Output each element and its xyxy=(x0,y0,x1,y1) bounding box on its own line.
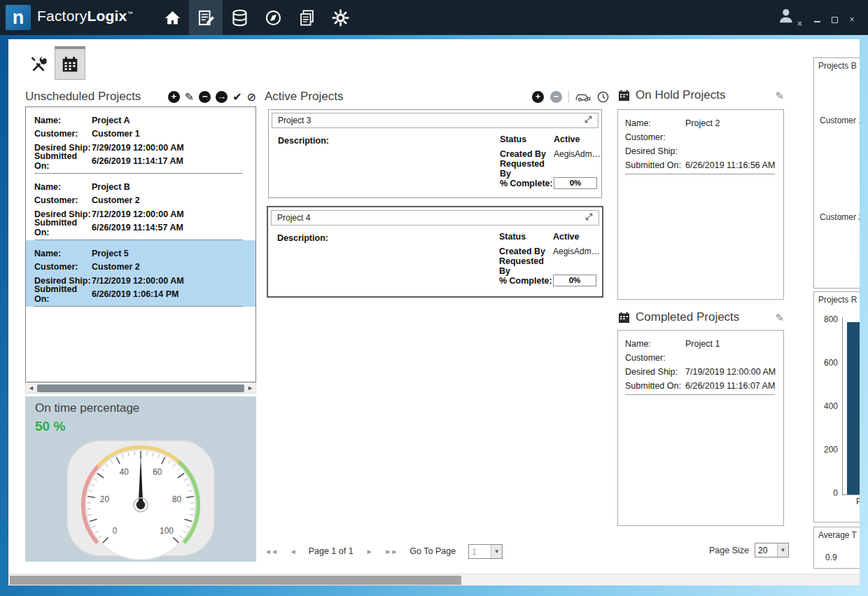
on-time-percentage-panel: On time percentage 50 % 020406080100 xyxy=(25,396,256,562)
project-submitted-on: 6/26/2019 11:16:56 AM xyxy=(685,160,775,170)
add-active-project-button[interactable]: + xyxy=(532,91,544,103)
project-name: Project 2 xyxy=(685,118,720,128)
schedule-project-button[interactable]: → xyxy=(216,91,227,103)
card-fields: StatusActive Created ByAegisAdm… Request… xyxy=(500,132,601,190)
scroll-left-icon[interactable]: ◄ xyxy=(26,384,36,391)
dropdown-arrow-icon[interactable]: ▼ xyxy=(491,545,502,558)
logo-letter: n xyxy=(13,7,24,29)
list-item-project-a[interactable]: Name:Project A Customer:Customer 1 Desir… xyxy=(26,107,255,174)
reject-project-button[interactable]: ⊘ xyxy=(247,91,256,103)
card-header[interactable]: Project 3 xyxy=(272,113,598,128)
requested-by-label: Requested By xyxy=(500,159,554,179)
scroll-right-icon[interactable]: ► xyxy=(245,384,255,391)
list-item-project-5-selected[interactable]: Name:Project 5 Customer:Customer 2 Desir… xyxy=(26,240,255,307)
maximize-button[interactable] xyxy=(830,15,839,24)
nav-database-icon[interactable] xyxy=(223,0,256,35)
remove-active-project-button[interactable]: − xyxy=(550,91,562,103)
go-to-page-label: Go To Page xyxy=(410,546,456,556)
projects-r-chart-panel: Projects R 800 600 400 200 0 P xyxy=(813,291,860,522)
list-item-project-b[interactable]: Name:Project B Customer:Customer 2 Desir… xyxy=(26,174,255,240)
edit-on-hold-icon[interactable]: ✎ xyxy=(775,90,784,101)
ship-car-icon[interactable] xyxy=(575,92,591,102)
on-time-title: On time percentage xyxy=(25,396,256,415)
window-frame: Unscheduled Projects + ✎ − → ✔ ⊘ Name:Pr… xyxy=(0,35,868,596)
active-projects-title: Active Projects xyxy=(265,90,343,104)
card-project-name: Project 4 xyxy=(277,213,310,223)
nav-settings-gear-icon[interactable] xyxy=(323,0,357,35)
user-logout-button[interactable]: × xyxy=(777,6,799,29)
scrollbar-thumb[interactable] xyxy=(37,384,244,392)
field-label-submitted-on: Submitted On: xyxy=(625,381,685,391)
field-label-customer: Customer: xyxy=(34,129,92,139)
brand-factory: Factory xyxy=(37,8,87,24)
y-axis-tick: 200 xyxy=(814,445,838,455)
svg-text:100: 100 xyxy=(160,526,174,536)
divider xyxy=(568,91,569,102)
on-hold-title: On Hold Projects xyxy=(636,88,726,102)
completed-project-card[interactable]: Name:Project 1 Customer: Desired Ship:7/… xyxy=(617,330,784,526)
next-page-button[interactable]: ► xyxy=(366,548,372,555)
history-clock-icon[interactable] xyxy=(597,91,609,103)
nav-dispatch-icon[interactable] xyxy=(256,0,290,35)
tab-tools[interactable] xyxy=(24,48,53,80)
brand-trademark: ™ xyxy=(127,11,132,17)
unscheduled-toolbar: + ✎ − → ✔ ⊘ xyxy=(168,91,256,103)
percent-complete-field[interactable]: 0% xyxy=(553,275,596,286)
card-header[interactable]: Project 4 xyxy=(271,210,599,226)
edit-project-button[interactable]: ✎ xyxy=(185,91,194,103)
project-desired-ship: 7/12/2019 12:00:00 AM xyxy=(92,276,184,286)
app-title: FactoryLogix™ xyxy=(37,8,133,25)
nav-home-icon[interactable] xyxy=(155,0,189,35)
project-name: Project 5 xyxy=(92,249,129,258)
add-project-button[interactable]: + xyxy=(168,91,180,103)
active-project-card-project-4-selected[interactable]: Project 4 Description: StatusActive Crea… xyxy=(267,206,603,298)
divider xyxy=(34,306,243,307)
remove-project-button[interactable]: − xyxy=(199,91,211,103)
go-to-page-select[interactable]: 1▼ xyxy=(468,544,503,559)
title-bar: n FactoryLogix™ × × xyxy=(0,0,868,35)
brand-logix: Logix xyxy=(87,8,127,24)
edit-completed-icon[interactable]: ✎ xyxy=(775,312,784,323)
project-name: Project B xyxy=(92,182,130,192)
close-button[interactable]: × xyxy=(847,15,857,24)
active-project-card-project-3[interactable]: Project 3 Description: StatusActive Crea… xyxy=(268,109,602,198)
unscheduled-projects-title: Unscheduled Projects xyxy=(25,90,141,104)
nav-project-planning-icon[interactable] xyxy=(189,0,223,35)
percent-complete-field[interactable]: 0% xyxy=(554,177,597,189)
accept-project-button[interactable]: ✔ xyxy=(232,91,241,103)
project-desired-ship: 7/12/2019 12:00:00 AM xyxy=(92,209,184,219)
go-to-page-value: 1 xyxy=(469,545,491,558)
on-hold-project-card[interactable]: Name:Project 2 Customer: Desired Ship: S… xyxy=(617,109,784,300)
main-horizontal-scrollbar[interactable] xyxy=(8,574,860,585)
svg-text:80: 80 xyxy=(172,494,182,504)
project-submitted-on: 6/26/2019 11:16:07 AM xyxy=(685,381,775,391)
expand-icon[interactable] xyxy=(584,116,592,125)
requested-by-label: Requested By xyxy=(499,256,553,276)
project-desired-ship: 7/19/2019 12:00:00 AM xyxy=(685,367,776,377)
panel-title: Projects R xyxy=(814,292,860,306)
field-label-name: Name: xyxy=(625,339,685,349)
scrollbar-thumb[interactable] xyxy=(10,576,461,585)
y-axis-tick: 600 xyxy=(814,358,838,368)
dropdown-arrow-icon[interactable]: ▼ xyxy=(777,543,788,557)
field-label-name: Name: xyxy=(34,249,92,258)
svg-text:20: 20 xyxy=(100,494,110,504)
nav-reports-icon[interactable] xyxy=(290,0,323,35)
on-time-gauge: 020406080100 xyxy=(57,433,224,562)
percent-complete-label: % Complete: xyxy=(500,179,554,188)
minimize-button[interactable] xyxy=(812,15,822,24)
last-page-button[interactable]: ►► xyxy=(385,548,398,555)
unscheduled-horizontal-scrollbar[interactable]: ◄ ► xyxy=(25,382,256,394)
field-label-customer: Customer: xyxy=(625,132,685,142)
tab-scheduler-selected[interactable] xyxy=(55,46,85,80)
page-size-select[interactable]: 20▼ xyxy=(755,543,789,557)
field-label-submitted-on: Submitted On: xyxy=(34,151,92,171)
completed-title: Completed Projects xyxy=(636,310,739,324)
first-page-button[interactable]: ◄◄ xyxy=(265,548,277,555)
previous-page-button[interactable]: ◄ xyxy=(290,548,296,555)
field-label-desired-ship: Desired Ship: xyxy=(625,146,685,156)
calendar-icon xyxy=(61,55,79,74)
status-label: Status xyxy=(500,134,554,144)
expand-icon[interactable] xyxy=(585,213,593,223)
category-label: Customer 2 xyxy=(820,212,860,222)
